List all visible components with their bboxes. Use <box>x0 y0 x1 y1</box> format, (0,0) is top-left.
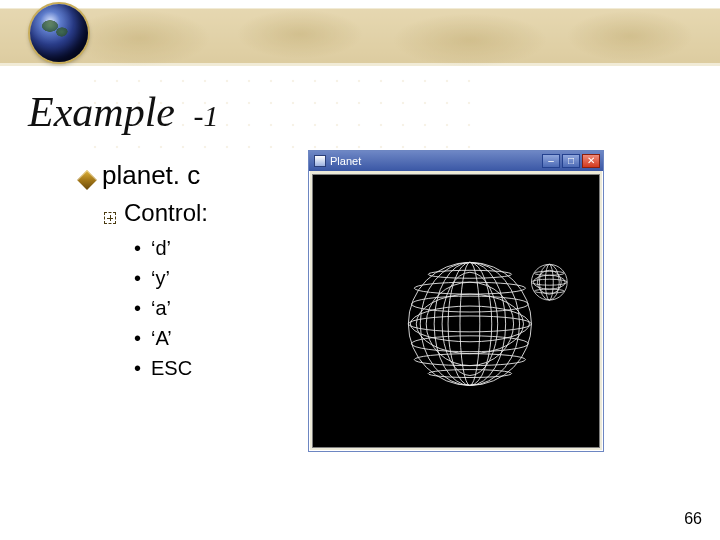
header-band-pattern <box>0 8 720 66</box>
slide-title: Example -1 <box>28 88 218 136</box>
window-title: Planet <box>330 155 361 167</box>
globe-icon <box>30 4 88 62</box>
item-control: Control: <box>124 199 208 227</box>
maximize-icon: □ <box>568 156 574 166</box>
close-icon: ✕ <box>587 156 595 166</box>
svg-rect-0 <box>313 175 599 447</box>
maximize-button[interactable]: □ <box>562 154 580 168</box>
diamond-bullet-icon <box>80 173 94 187</box>
square-bullet-icon <box>104 212 116 224</box>
minimize-icon: – <box>548 156 554 166</box>
page-number: 66 <box>684 510 702 528</box>
close-button[interactable]: ✕ <box>582 154 600 168</box>
app-icon <box>314 155 326 167</box>
item-planet-c: planet. c <box>102 160 200 191</box>
planet-window: Planet – □ ✕ <box>308 150 604 452</box>
window-titlebar: Planet – □ ✕ <box>309 151 603 171</box>
planet-render <box>313 175 599 447</box>
window-client-area <box>312 174 600 448</box>
title-sub: -1 <box>193 99 218 132</box>
title-main: Example <box>28 89 175 135</box>
minimize-button[interactable]: – <box>542 154 560 168</box>
